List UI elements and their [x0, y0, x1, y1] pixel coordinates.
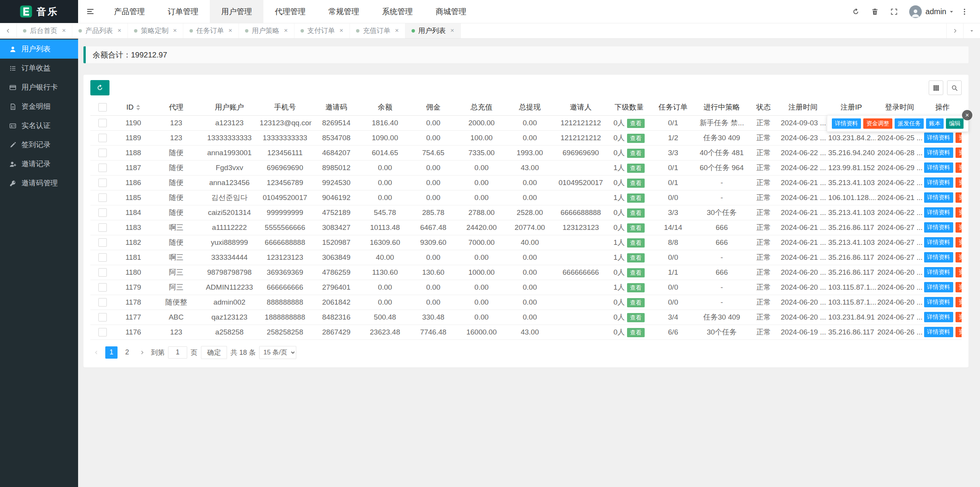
detail-button[interactable]: 详情资料 — [924, 297, 953, 307]
detail-button[interactable]: 详情资料 — [924, 133, 953, 143]
topnav-item[interactable]: 商城管理 — [424, 0, 478, 23]
funds-adjust-button[interactable]: 资金调整 — [956, 252, 962, 262]
detail-button[interactable]: 详情资料 — [924, 252, 953, 262]
sidebar-item[interactable]: 邀请码管理 — [0, 174, 78, 193]
tab-close-icon[interactable]: × — [62, 27, 66, 34]
row-checkbox[interactable] — [98, 119, 107, 127]
select-all-checkbox[interactable] — [98, 103, 107, 112]
tab[interactable]: 充值订单× — [350, 23, 405, 38]
row-checkbox[interactable] — [98, 268, 107, 277]
tab-close-icon[interactable]: × — [284, 27, 288, 34]
clear-cache-icon[interactable] — [866, 0, 885, 23]
tab-close-icon[interactable]: × — [118, 27, 121, 34]
topnav-item[interactable]: 订单管理 — [156, 0, 210, 23]
sidebar-item[interactable]: 邀请记录 — [0, 154, 78, 174]
topnav-item[interactable]: 用户管理 — [210, 0, 263, 23]
edit-button[interactable]: 编辑 — [946, 118, 964, 129]
tab-close-icon[interactable]: × — [340, 27, 343, 34]
view-button[interactable]: 查看 — [627, 283, 645, 292]
view-button[interactable]: 查看 — [627, 149, 645, 158]
tab-close-icon[interactable]: × — [173, 27, 177, 34]
tab-scroll-left-icon[interactable] — [0, 23, 17, 38]
row-checkbox[interactable] — [98, 164, 107, 172]
view-button[interactable]: 查看 — [627, 253, 645, 262]
topnav-item[interactable]: 产品管理 — [103, 0, 156, 23]
funds-adjust-button[interactable]: 资金调整 — [956, 327, 962, 337]
row-checkbox[interactable] — [98, 193, 107, 202]
funds-adjust-button[interactable]: 资金调整 — [956, 148, 962, 158]
ledger-button[interactable]: 账本 — [926, 118, 944, 129]
row-checkbox[interactable] — [98, 134, 107, 142]
row-checkbox[interactable] — [98, 223, 107, 232]
row-checkbox[interactable] — [98, 238, 107, 247]
page-number-button[interactable]: 1 — [105, 346, 118, 359]
view-button[interactable]: 查看 — [627, 208, 645, 218]
row-checkbox[interactable] — [98, 208, 107, 217]
funds-adjust-button[interactable]: 资金调整 — [956, 282, 962, 292]
row-checkbox[interactable] — [98, 328, 107, 336]
detail-button[interactable]: 详情资料 — [924, 327, 953, 337]
funds-adjust-button[interactable]: 资金调整 — [956, 207, 962, 218]
funds-adjust-button[interactable]: 资金调整 — [863, 118, 892, 129]
view-button[interactable]: 查看 — [627, 268, 645, 277]
row-checkbox[interactable] — [98, 253, 107, 262]
avatar[interactable] — [909, 5, 922, 18]
user-menu[interactable]: admin — [926, 7, 955, 16]
view-button[interactable]: 查看 — [627, 119, 645, 128]
view-button[interactable]: 查看 — [627, 298, 645, 307]
detail-button[interactable]: 详情资料 — [924, 148, 953, 158]
funds-adjust-button[interactable]: 资金调整 — [956, 133, 962, 143]
funds-adjust-button[interactable]: 资金调整 — [956, 222, 962, 233]
page-size-select[interactable]: 15 条/页 — [259, 346, 296, 359]
goto-page-input[interactable] — [168, 346, 187, 359]
tab[interactable]: 用户策略× — [239, 23, 294, 38]
detail-button[interactable]: 详情资料 — [924, 237, 953, 248]
tab-close-icon[interactable]: × — [395, 27, 399, 34]
funds-adjust-button[interactable]: 资金调整 — [956, 192, 962, 203]
tab[interactable]: 产品列表× — [72, 23, 128, 38]
view-button[interactable]: 查看 — [627, 134, 645, 143]
view-button[interactable]: 查看 — [627, 179, 645, 188]
sidebar-item[interactable]: 签到记录 — [0, 135, 78, 154]
page-number-button[interactable]: 2 — [121, 346, 133, 359]
filter-columns-button[interactable] — [929, 80, 943, 95]
detail-button[interactable]: 详情资料 — [832, 118, 861, 129]
tab-scroll-right-icon[interactable] — [946, 23, 963, 38]
sidebar-toggle-icon[interactable] — [78, 0, 103, 23]
funds-adjust-button[interactable]: 资金调整 — [956, 177, 962, 188]
funds-adjust-button[interactable]: 资金调整 — [956, 312, 962, 322]
funds-adjust-button[interactable]: 资金调整 — [956, 267, 962, 277]
confirm-button[interactable]: 确定 — [201, 346, 227, 359]
next-page-icon[interactable] — [137, 346, 147, 359]
row-checkbox[interactable] — [98, 313, 107, 321]
topnav-item[interactable]: 常规管理 — [317, 0, 371, 23]
search-button[interactable] — [947, 80, 962, 95]
fullscreen-icon[interactable] — [885, 0, 904, 23]
sidebar-item[interactable]: 用户列表 — [0, 39, 78, 59]
sidebar-item[interactable]: 用户银行卡 — [0, 78, 78, 97]
tab[interactable]: 支付订单× — [294, 23, 350, 38]
detail-button[interactable]: 详情资料 — [924, 312, 953, 322]
topnav-item[interactable]: 代理管理 — [263, 0, 317, 23]
detail-button[interactable]: 详情资料 — [924, 177, 953, 188]
tab-operations-icon[interactable] — [963, 23, 980, 38]
detail-button[interactable]: 详情资料 — [924, 282, 953, 292]
topnav-item[interactable]: 系统管理 — [371, 0, 424, 23]
view-button[interactable]: 查看 — [627, 164, 645, 173]
row-checkbox[interactable] — [98, 298, 107, 307]
tab[interactable]: 用户列表× — [405, 23, 461, 38]
more-options-icon[interactable] — [955, 0, 974, 23]
tab-close-icon[interactable]: × — [451, 27, 454, 34]
view-button[interactable]: 查看 — [627, 238, 645, 248]
detail-button[interactable]: 详情资料 — [924, 207, 953, 218]
funds-adjust-button[interactable]: 资金调整 — [956, 237, 962, 248]
detail-button[interactable]: 详情资料 — [924, 267, 953, 277]
tab[interactable]: 任务订单× — [183, 23, 239, 38]
prev-page-icon[interactable] — [91, 346, 102, 359]
sidebar-item[interactable]: 实名认证 — [0, 116, 78, 135]
tab[interactable]: 后台首页× — [17, 23, 72, 38]
detail-button[interactable]: 详情资料 — [924, 222, 953, 233]
dispatch-task-button[interactable]: 派发任务 — [895, 118, 924, 129]
view-button[interactable]: 查看 — [627, 223, 645, 233]
popup-close-button[interactable]: × — [962, 110, 972, 120]
